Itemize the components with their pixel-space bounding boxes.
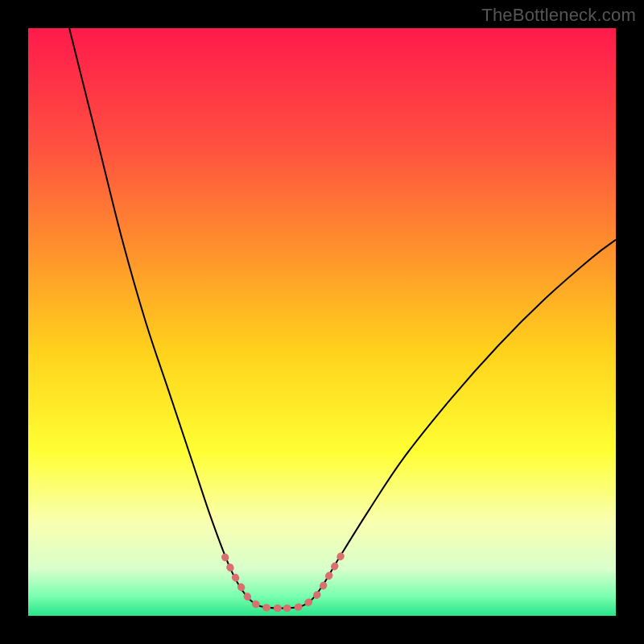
watermark-text: TheBottleneck.com: [481, 5, 636, 26]
plot-area: [28, 28, 616, 616]
bottleneck-chart: [28, 28, 616, 616]
gradient-background: [28, 28, 616, 616]
chart-frame: TheBottleneck.com: [0, 0, 644, 644]
